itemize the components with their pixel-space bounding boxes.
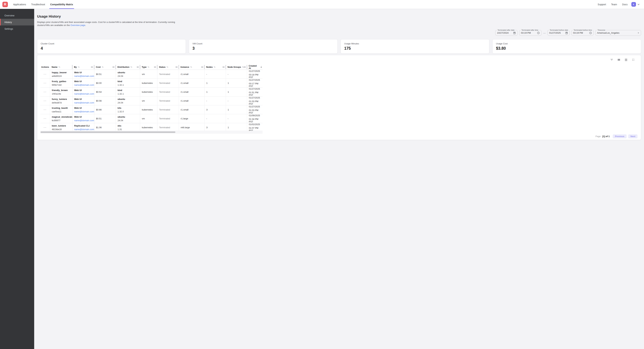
- cluster-id: de9ed87d: [52, 101, 72, 104]
- column-header-distribution[interactable]: Distribution: [116, 64, 140, 70]
- table-row: •••magical_stonebrakerfe3f8977Web UIname…: [40, 114, 262, 123]
- app-logo[interactable]: R: [2, 2, 8, 7]
- cell-type: kubernetes: [140, 88, 157, 96]
- status-value: Terminated: [159, 73, 179, 75]
- creator-email-link[interactable]: name@domain.com: [74, 128, 94, 131]
- cell-type: kubernetes: [140, 79, 157, 87]
- sort-icon[interactable]: [147, 66, 150, 68]
- cell-actions: •••: [40, 96, 50, 105]
- cell-node-groups: -: [226, 70, 247, 78]
- column-header-created-at[interactable]: Created At: [247, 64, 262, 70]
- distribution-name: k3s: [118, 107, 140, 109]
- column-menu-icon[interactable]: [201, 66, 203, 68]
- column-header-cost[interactable]: Cost: [94, 64, 116, 70]
- cell-by: Web UIname@domain.com: [72, 96, 94, 105]
- cell-actions: •••: [40, 88, 50, 96]
- cell-by: Web UIname@domain.com: [72, 114, 94, 123]
- tab-compatibility-matrix[interactable]: Compatibility Matrix: [49, 0, 74, 9]
- creator-email-link[interactable]: name@domain.com: [74, 84, 94, 86]
- created-time: 01:03 PM PST: [249, 109, 262, 114]
- sidebar-item-overview[interactable]: Overview: [0, 12, 34, 19]
- distribution-version: 24.04: [118, 119, 140, 122]
- tab-troubleshoot[interactable]: Troubleshoot: [30, 0, 46, 9]
- column-menu-icon[interactable]: [137, 66, 139, 68]
- created-time: 01:51 PM PST: [249, 91, 262, 96]
- column-menu-icon[interactable]: [91, 66, 93, 68]
- cell-status: Terminated: [157, 70, 179, 78]
- creator-email-link[interactable]: name@domain.com: [74, 75, 94, 77]
- sort-icon[interactable]: [214, 66, 216, 68]
- column-header-nodes[interactable]: Nodes: [204, 64, 226, 70]
- column-header-type[interactable]: Type: [140, 64, 157, 70]
- column-header-by[interactable]: By: [72, 64, 94, 70]
- table-row: •••happy_beavera48d9324Web UIname@domain…: [40, 70, 262, 79]
- table-row: •••trusting_leavittcae5ea11Web UIname@do…: [40, 105, 262, 114]
- actions-menu-button[interactable]: •••: [44, 118, 47, 119]
- column-separator[interactable]: [226, 65, 226, 69]
- column-menu-icon[interactable]: [176, 66, 178, 68]
- cell-nodes: 3: [204, 105, 226, 114]
- creator-email-link[interactable]: name@domain.com: [74, 119, 94, 122]
- actions-menu-button[interactable]: •••: [44, 73, 47, 75]
- column-menu-icon[interactable]: [112, 66, 114, 68]
- distribution-version: 24.04: [118, 101, 140, 104]
- sort-icon[interactable]: [102, 66, 104, 68]
- status-value: Terminated: [159, 82, 179, 84]
- cell-created-at: 01/27/202503:17 PM PST: [247, 79, 262, 87]
- cell-distribution: k3s1.32.0: [116, 105, 140, 114]
- column-label: Created At: [249, 65, 259, 69]
- horizontal-scrollbar[interactable]: [40, 131, 262, 133]
- cell-by: Web UIname@domain.com: [72, 70, 94, 78]
- sort-icon[interactable]: [166, 66, 168, 68]
- distribution-name: kind: [118, 80, 140, 83]
- column-header-instance[interactable]: Instance: [179, 64, 204, 70]
- column-header-node-groups[interactable]: Node Groups: [226, 64, 247, 70]
- column-header-name[interactable]: Name: [50, 64, 72, 70]
- sidebar-item-settings[interactable]: Settings: [0, 25, 34, 32]
- column-header-status[interactable]: Status: [157, 64, 179, 70]
- cost-value: $0.54: [96, 91, 116, 93]
- distribution-version: 1.32.1: [118, 92, 140, 95]
- column-label: Name: [52, 66, 58, 68]
- sort-icon[interactable]: [78, 66, 80, 68]
- column-separator[interactable]: [140, 65, 140, 69]
- column-menu-icon[interactable]: [154, 66, 156, 68]
- column-menu-icon[interactable]: [222, 66, 224, 68]
- cell-created-at: 01/02/202501:07 PM PST: [247, 123, 262, 132]
- actions-menu-button[interactable]: •••: [44, 109, 47, 111]
- created-date: 01/02/2025: [249, 123, 262, 126]
- cluster-name: friendly_brown: [52, 89, 72, 91]
- sort-icon[interactable]: [58, 66, 60, 68]
- column-separator[interactable]: [204, 65, 205, 69]
- creator-email-link[interactable]: name@domain.com: [74, 101, 94, 104]
- actions-menu-button[interactable]: •••: [44, 100, 47, 102]
- column-separator[interactable]: [157, 65, 158, 69]
- creator-email-link[interactable]: name@domain.com: [74, 92, 94, 95]
- actions-menu-button[interactable]: •••: [44, 91, 47, 93]
- column-separator[interactable]: [178, 65, 179, 69]
- tab-applications[interactable]: Applications: [12, 0, 27, 9]
- cell-distribution: kind1.32.1: [116, 79, 140, 87]
- nodes-value: -: [206, 117, 226, 120]
- column-separator[interactable]: [72, 65, 73, 69]
- column-separator[interactable]: [115, 65, 116, 69]
- column-menu-icon[interactable]: [244, 66, 246, 68]
- actions-menu-button[interactable]: •••: [44, 127, 47, 128]
- cluster-name: frosty_galileo: [52, 80, 72, 83]
- instance-value: r1.small: [181, 82, 204, 84]
- sort-icon[interactable]: [130, 66, 132, 68]
- cell-node-groups: -: [226, 114, 247, 123]
- column-separator[interactable]: [247, 65, 247, 69]
- scrollbar-thumb[interactable]: [40, 131, 175, 133]
- description-line-1: Displays prior clusters/VMs and their as…: [37, 21, 175, 23]
- sidebar-item-history[interactable]: History: [0, 19, 34, 25]
- column-separator[interactable]: [94, 65, 94, 69]
- distribution-version: 1.32.0: [118, 110, 140, 113]
- node-groups-value: -: [228, 99, 247, 102]
- creator-email-link[interactable]: name@domain.com: [74, 110, 94, 113]
- created-date: 01/27/2025: [249, 96, 262, 99]
- overview-page-link[interactable]: Overview page: [70, 24, 85, 26]
- actions-menu-button[interactable]: •••: [44, 82, 47, 84]
- sort-icon[interactable]: [190, 66, 192, 68]
- sort-desc-icon[interactable]: [260, 66, 262, 68]
